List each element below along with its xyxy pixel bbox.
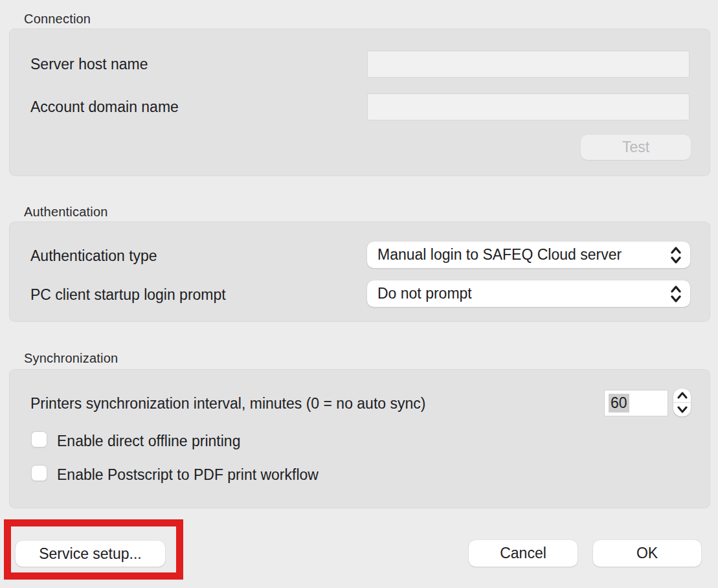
authentication-type-dropdown[interactable]: Manual login to SAFEQ Cloud server: [367, 242, 690, 268]
server-host-name-label: Server host name: [30, 56, 148, 73]
server-host-name-input[interactable]: [367, 51, 690, 78]
sync-interval-input[interactable]: 60: [604, 390, 668, 416]
authentication-section-title: Authentication: [24, 205, 108, 220]
pc-client-startup-login-prompt-selected-value: Do not prompt: [377, 285, 472, 302]
authentication-type-label: Authentication type: [30, 247, 157, 265]
sync-interval-value: 60: [609, 394, 629, 413]
enable-postscript-pdf-workflow-checkbox[interactable]: [31, 465, 47, 481]
stepper-down-button[interactable]: [673, 403, 691, 416]
enable-postscript-pdf-workflow-label: Enable Postscript to PDF print workflow: [57, 466, 319, 484]
up-down-chevron-icon: [669, 284, 682, 304]
sync-interval-stepper[interactable]: [673, 389, 691, 416]
account-domain-name-label: Account domain name: [30, 98, 179, 116]
enable-direct-offline-printing-checkbox[interactable]: [31, 431, 47, 447]
authentication-type-selected-value: Manual login to SAFEQ Cloud server: [377, 246, 622, 264]
chevron-down-icon: [677, 406, 688, 413]
cancel-button[interactable]: Cancel: [469, 540, 578, 567]
account-domain-name-input[interactable]: [367, 93, 690, 120]
connection-section-title: Connection: [24, 12, 91, 27]
pc-client-startup-login-prompt-label: PC client startup login prompt: [30, 286, 226, 304]
test-button[interactable]: Test: [581, 135, 691, 160]
synchronization-section-title: Synchronization: [24, 351, 118, 366]
printers-sync-interval-label: Printers synchronization interval, minut…: [30, 395, 425, 413]
stepper-up-button[interactable]: [673, 389, 691, 402]
up-down-chevron-icon: [669, 245, 682, 265]
pc-client-startup-login-prompt-dropdown[interactable]: Do not prompt: [367, 280, 690, 307]
service-setup-button[interactable]: Service setup...: [16, 541, 165, 567]
enable-direct-offline-printing-label: Enable direct offline printing: [57, 433, 240, 450]
chevron-up-icon: [677, 392, 688, 399]
ok-button[interactable]: OK: [593, 540, 701, 567]
